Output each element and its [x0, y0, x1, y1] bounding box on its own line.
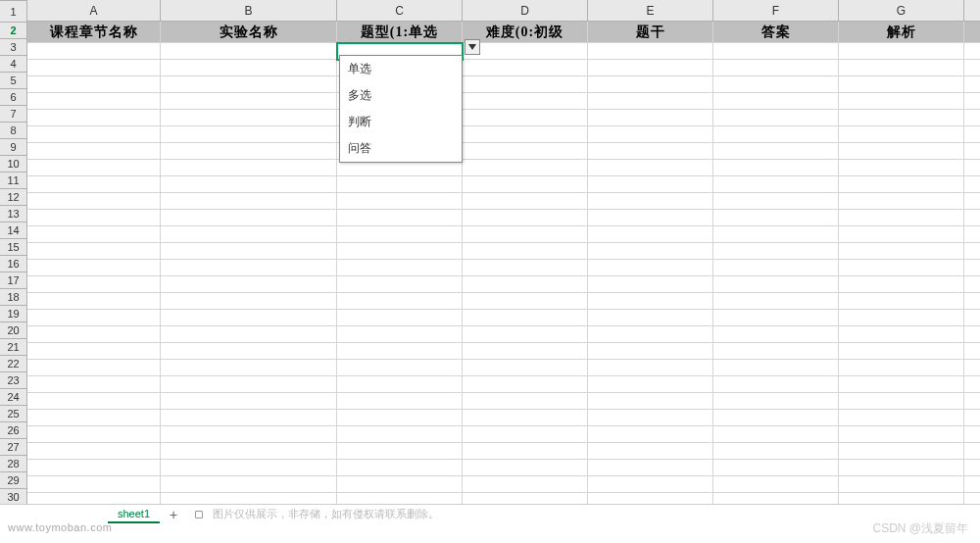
cell[interactable] [27, 460, 161, 476]
cell[interactable] [713, 360, 839, 376]
cell[interactable] [463, 126, 588, 143]
cell[interactable] [463, 193, 588, 210]
cell[interactable] [463, 343, 588, 360]
cell[interactable] [27, 293, 161, 310]
cell[interactable] [161, 243, 337, 260]
cell[interactable] [588, 393, 713, 410]
row-header[interactable]: 3 [0, 39, 27, 56]
cell[interactable] [588, 460, 713, 476]
row-header[interactable]: 11 [0, 173, 27, 189]
cell[interactable] [463, 93, 588, 110]
cell[interactable] [588, 310, 713, 326]
cell[interactable] [964, 226, 980, 243]
cell[interactable] [588, 60, 713, 76]
cell[interactable] [27, 176, 161, 193]
cell[interactable] [588, 443, 713, 460]
cell[interactable] [588, 493, 713, 504]
cell[interactable] [713, 43, 839, 60]
cell[interactable] [27, 160, 161, 176]
cell[interactable] [964, 160, 980, 176]
row-header[interactable]: 20 [0, 322, 27, 339]
cell[interactable] [964, 376, 980, 393]
cell[interactable] [161, 460, 337, 476]
row-header[interactable]: 30 [0, 489, 27, 504]
cell[interactable] [713, 443, 839, 460]
cell[interactable] [463, 426, 588, 443]
cell[interactable] [337, 393, 463, 410]
cell[interactable] [337, 193, 463, 210]
header-cell[interactable]: 题型(1:单选 [337, 22, 463, 43]
cell[interactable] [27, 393, 161, 410]
cell[interactable] [27, 193, 161, 210]
cell[interactable] [964, 410, 980, 426]
cell[interactable] [588, 376, 713, 393]
row-header[interactable]: 24 [0, 389, 27, 406]
row-header[interactable]: 27 [0, 439, 27, 456]
cell[interactable] [588, 326, 713, 343]
cell[interactable] [161, 143, 337, 160]
cell[interactable] [337, 326, 463, 343]
cell[interactable] [964, 310, 980, 326]
row-header[interactable]: 17 [0, 272, 27, 289]
cell[interactable] [713, 143, 839, 160]
cell[interactable] [713, 343, 839, 360]
row-header[interactable]: 15 [0, 239, 27, 256]
cell[interactable] [588, 243, 713, 260]
cell[interactable] [27, 243, 161, 260]
cell[interactable] [839, 410, 964, 426]
cell[interactable] [337, 226, 463, 243]
col-header-G[interactable]: G [839, 0, 964, 22]
cell[interactable] [337, 460, 463, 476]
cell[interactable] [463, 143, 588, 160]
cell[interactable] [161, 160, 337, 176]
cell[interactable] [337, 493, 463, 504]
cell[interactable] [588, 426, 713, 443]
header-cell[interactable] [964, 22, 980, 43]
cell[interactable] [588, 260, 713, 276]
cell[interactable] [27, 93, 161, 110]
cell[interactable] [463, 176, 588, 193]
row-header[interactable]: 6 [0, 89, 27, 106]
cell[interactable] [337, 426, 463, 443]
cell[interactable] [161, 443, 337, 460]
cell[interactable] [964, 60, 980, 76]
cell[interactable] [463, 410, 588, 426]
cell[interactable] [27, 476, 161, 493]
cell[interactable] [588, 343, 713, 360]
header-cell[interactable]: 难度(0:初级 [463, 22, 588, 43]
header-cell[interactable]: 课程章节名称 [27, 22, 161, 43]
cell[interactable] [713, 493, 839, 504]
cell[interactable] [839, 210, 964, 226]
cell[interactable] [588, 76, 713, 93]
cell[interactable] [713, 210, 839, 226]
cell[interactable] [161, 276, 337, 293]
cell[interactable] [463, 60, 588, 76]
cell[interactable] [839, 143, 964, 160]
cell[interactable] [839, 160, 964, 176]
cell[interactable] [337, 176, 463, 193]
cell[interactable] [839, 176, 964, 193]
col-header-F[interactable]: F [713, 0, 839, 22]
col-header-extra[interactable] [964, 0, 980, 22]
cell[interactable] [713, 76, 839, 93]
cell[interactable] [463, 226, 588, 243]
cell[interactable] [839, 76, 964, 93]
cell[interactable] [588, 360, 713, 376]
scroll-indicator-icon[interactable] [195, 511, 203, 518]
cell[interactable] [161, 476, 337, 493]
cell[interactable] [161, 193, 337, 210]
cell[interactable] [161, 176, 337, 193]
col-header-C[interactable]: C [337, 0, 463, 22]
col-header-A[interactable]: A [27, 0, 161, 22]
cell[interactable] [964, 276, 980, 293]
cell[interactable] [161, 43, 337, 60]
cell[interactable] [839, 476, 964, 493]
cell[interactable] [964, 476, 980, 493]
cell[interactable] [839, 426, 964, 443]
cell[interactable] [839, 493, 964, 504]
cell[interactable] [161, 310, 337, 326]
cell[interactable] [839, 343, 964, 360]
cell[interactable] [27, 493, 161, 504]
cell[interactable] [161, 293, 337, 310]
dropdown-item[interactable]: 单选 [340, 56, 462, 82]
